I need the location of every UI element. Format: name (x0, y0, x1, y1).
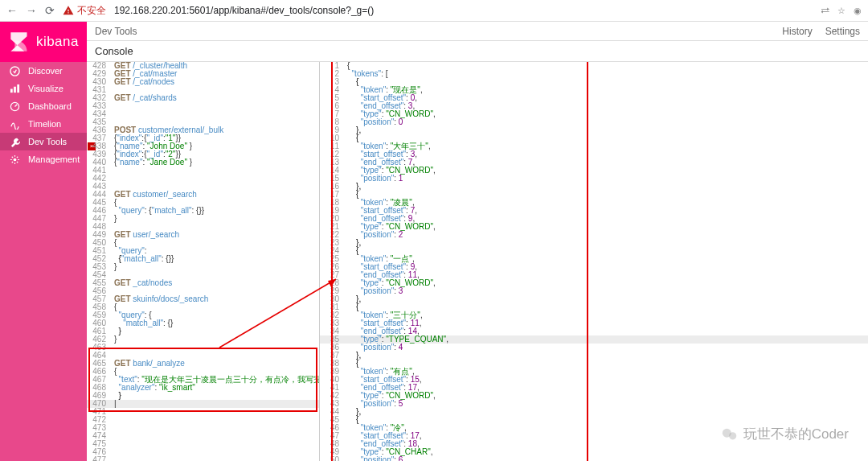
reload-button[interactable]: ⟳ (45, 4, 55, 17)
nav-icon (10, 119, 20, 130)
svg-rect-1 (10, 88, 13, 93)
code-line[interactable] (114, 432, 319, 440)
code-line[interactable]: } (114, 327, 319, 335)
response-viewer[interactable]: 1234567891011121314151617181920212223242… (320, 62, 868, 461)
code-line[interactable]: "position": 5 (347, 400, 868, 408)
code-line[interactable] (114, 408, 319, 416)
address-bar[interactable]: 192.168.220.201:5601/app/kibana#/dev_too… (114, 5, 374, 16)
kibana-sidebar: kibana DiscoverVisualizeDashboardTimelio… (0, 22, 87, 461)
kibana-logo-icon (8, 31, 30, 53)
code-line[interactable] (114, 416, 319, 424)
code-line[interactable]: "type": "TYPE_CQUAN", (347, 335, 868, 344)
code-line[interactable] (114, 344, 319, 352)
code-line[interactable] (114, 110, 319, 118)
code-line[interactable] (114, 167, 319, 175)
request-editor[interactable]: × 42842943043143243343443543643743843944… (87, 62, 320, 461)
code-line[interactable]: GET _cat/nodes (114, 279, 319, 287)
forward-button[interactable]: → (26, 4, 37, 17)
code-line[interactable]: "token": "有点", (347, 368, 868, 376)
page-title: Dev Tools (95, 26, 137, 37)
code-line[interactable]: } (114, 392, 319, 400)
code-line[interactable]: "start_offset": 3, (347, 150, 868, 158)
code-line[interactable]: GET user/_search (114, 231, 319, 239)
code-line[interactable]: GET /_cat/nodes (114, 78, 319, 86)
code-line[interactable]: } (114, 215, 319, 223)
code-line[interactable]: "token": "凌晨", (347, 199, 868, 207)
code-line[interactable]: "start_offset": 9, (347, 263, 868, 271)
settings-link[interactable]: Settings (825, 26, 860, 37)
code-line[interactable]: {"name": "Jane Doe" } (114, 158, 319, 167)
code-line[interactable] (114, 448, 319, 456)
code-line[interactable]: }, (347, 352, 868, 360)
code-line[interactable]: } (114, 263, 319, 271)
code-line[interactable]: { (347, 78, 868, 86)
code-line[interactable]: }, (347, 295, 868, 303)
code-line[interactable]: }, (347, 408, 868, 416)
sidebar-item-visualize[interactable]: Visualize (0, 80, 87, 97)
profile-icon[interactable]: ◉ (854, 6, 862, 16)
code-line[interactable]: }, (347, 239, 868, 247)
code-line[interactable] (114, 424, 319, 432)
sidebar-item-label: Discover (28, 66, 63, 76)
code-line[interactable]: "position": 3 (347, 287, 868, 295)
code-line[interactable]: { (347, 62, 868, 70)
code-line[interactable]: }, (347, 126, 868, 134)
code-line[interactable]: { (347, 360, 868, 368)
back-button[interactable]: ← (6, 4, 18, 17)
code-line[interactable]: "type": "CN_WORD", (347, 167, 868, 175)
code-line[interactable] (114, 102, 319, 110)
code-line[interactable]: { (347, 191, 868, 199)
code-line[interactable]: "analyzer": "ik_smart" (114, 384, 319, 392)
sidebar-item-dev-tools[interactable]: Dev Tools (0, 133, 87, 150)
code-line[interactable]: "type": "CN_WORD", (347, 392, 868, 400)
code-line[interactable]: GET skuinfo/docs/_search (114, 295, 319, 303)
code-line[interactable]: "match_all": {} (114, 319, 319, 327)
code-line[interactable] (114, 175, 319, 183)
code-line[interactable]: "start_offset": 11, (347, 319, 868, 327)
translate-icon[interactable]: ⮂ (821, 6, 829, 16)
code-line[interactable]: } (114, 335, 319, 344)
code-line[interactable]: | (114, 400, 319, 408)
code-line[interactable]: GET bank/_analyze (114, 360, 319, 368)
code-line[interactable]: "query": {"match_all": {}} (114, 207, 319, 215)
svg-rect-2 (14, 86, 16, 92)
code-line[interactable]: {"match_all": {}} (114, 255, 319, 263)
code-line[interactable]: "position": 0 (347, 118, 868, 126)
history-link[interactable]: History (782, 26, 812, 37)
code-line[interactable] (114, 456, 319, 461)
sidebar-item-timelion[interactable]: Timelion (0, 115, 87, 133)
sidebar-item-management[interactable]: Management (0, 150, 87, 168)
code-line[interactable]: { (347, 303, 868, 311)
code-line[interactable]: "position": 2 (347, 231, 868, 239)
code-line[interactable]: "type": "CN_WORD", (347, 279, 868, 287)
code-line[interactable]: GET /_cat/shards (114, 94, 319, 102)
code-line[interactable]: }, (347, 183, 868, 191)
code-line[interactable]: "tokens": [ (347, 70, 868, 78)
code-line[interactable]: "token": "现在是", (347, 86, 868, 94)
code-line[interactable]: "start_offset": 7, (347, 207, 868, 215)
code-line[interactable]: "type": "CN_CHAR", (347, 448, 868, 456)
code-line[interactable]: "position": 6 (347, 456, 868, 461)
browser-chrome-bar: ← → ⟳ 不安全 192.168.220.201:5601/app/kiban… (0, 0, 868, 22)
nav-icon (10, 84, 20, 94)
code-line[interactable]: "token": "一点", (347, 255, 868, 263)
code-line[interactable]: "start_offset": 15, (347, 376, 868, 384)
code-line[interactable]: "start_offset": 0, (347, 94, 868, 102)
sidebar-item-discover[interactable]: Discover (0, 62, 87, 80)
code-line[interactable]: "position": 4 (347, 344, 868, 352)
console-tab[interactable]: Console (87, 41, 868, 62)
code-line[interactable]: { (347, 416, 868, 424)
code-line[interactable]: "type": "CN_WORD", (347, 110, 868, 118)
code-line[interactable]: "position": 1 (347, 175, 868, 183)
code-line[interactable]: "type": "CN_WORD", (347, 223, 868, 231)
star-icon[interactable]: ☆ (837, 6, 845, 16)
code-line[interactable]: "token": "三十分", (347, 311, 868, 319)
watermark: 玩世不恭的Coder (721, 425, 849, 443)
code-line[interactable]: GET customer/_search (114, 191, 319, 199)
code-line[interactable]: "token": "大年三十", (347, 142, 868, 150)
code-line[interactable]: { (347, 247, 868, 255)
kibana-logo[interactable]: kibana (0, 22, 87, 62)
security-warning[interactable]: 不安全 (63, 4, 106, 18)
sidebar-item-dashboard[interactable]: Dashboard (0, 97, 87, 115)
code-line[interactable] (114, 440, 319, 448)
